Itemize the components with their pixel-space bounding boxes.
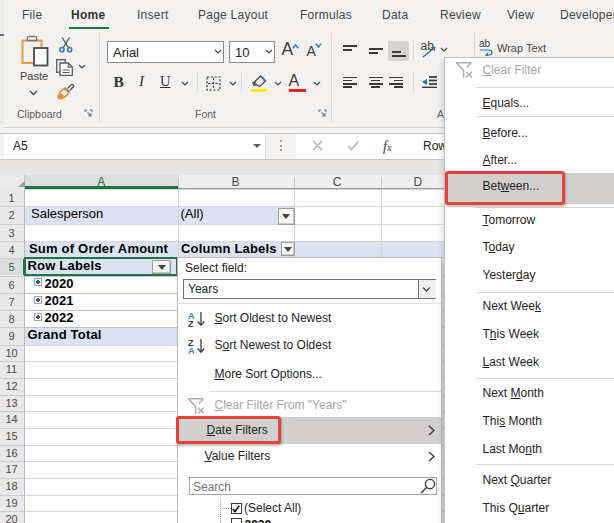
svg-text:Z: Z bbox=[188, 319, 194, 328]
svg-text:A: A bbox=[188, 346, 195, 355]
